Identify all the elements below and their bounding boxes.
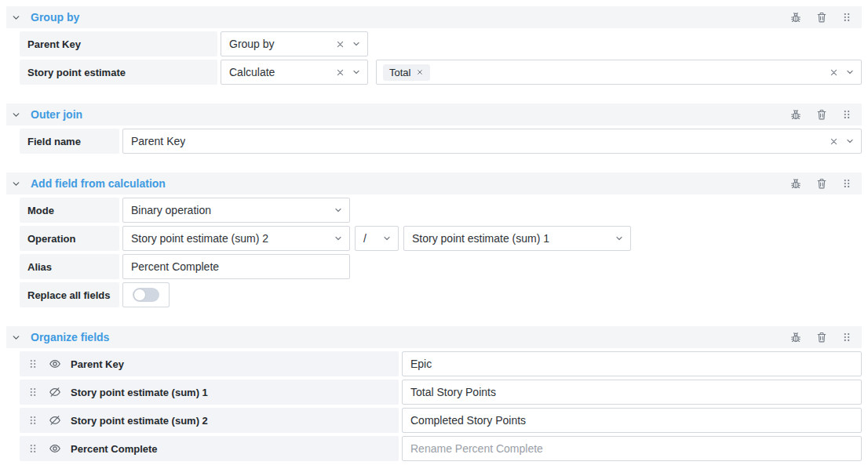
transform-section-add-field: Add field from calculation Mode Binary o… xyxy=(6,173,862,307)
chevron-down-icon[interactable] xyxy=(352,67,361,77)
calculate-action-select[interactable]: Calculate xyxy=(221,60,368,85)
tag-remove-icon[interactable] xyxy=(416,68,424,76)
trash-icon[interactable] xyxy=(815,177,828,190)
add-field-row-alias: Alias xyxy=(20,254,862,279)
debug-icon[interactable] xyxy=(790,11,802,24)
drag-handle-icon[interactable] xyxy=(27,443,38,454)
rename-field-input[interactable] xyxy=(402,408,862,433)
operand-right-select[interactable]: Story point estimate (sum) 1 xyxy=(403,226,631,251)
group-by-row-story-points: Story point estimate Calculate Total xyxy=(20,60,862,85)
chevron-down-icon[interactable] xyxy=(845,136,855,146)
transform-header-outer-join[interactable]: Outer join xyxy=(6,104,862,125)
drag-handle-icon[interactable] xyxy=(841,109,852,120)
transform-section-group-by: Group by Parent Key Group by Story p xyxy=(6,6,862,85)
eye-icon[interactable] xyxy=(49,358,61,370)
organize-field-row: Story point estimate (sum) 2 xyxy=(20,408,862,433)
field-label: Alias xyxy=(20,254,119,279)
clear-icon[interactable] xyxy=(335,39,345,49)
field-name-label: Story point estimate (sum) 2 xyxy=(71,415,208,427)
transform-section-organize-fields: Organize fields Parent Key Story point e… xyxy=(6,326,862,461)
transform-title[interactable]: Outer join xyxy=(31,108,82,121)
field-label: Field name xyxy=(20,129,119,154)
select-value: / xyxy=(363,232,367,245)
transform-section-outer-join: Outer join Field name Parent Key xyxy=(6,104,862,154)
toggle-knob[interactable] xyxy=(133,289,146,301)
transform-title[interactable]: Group by xyxy=(31,11,79,24)
field-name-label: Parent Key xyxy=(71,358,124,370)
select-value: Story point estimate (sum) 1 xyxy=(412,232,549,245)
group-by-row-parent-key: Parent Key Group by xyxy=(20,31,862,56)
group-by-action-select[interactable]: Group by xyxy=(221,31,368,56)
transform-actions xyxy=(790,331,852,343)
operand-left-select[interactable]: Story point estimate (sum) 2 xyxy=(122,226,350,251)
transform-header-organize-fields[interactable]: Organize fields xyxy=(6,326,862,348)
select-value: Binary operation xyxy=(131,204,211,216)
eye-slash-icon[interactable] xyxy=(49,414,61,427)
eye-icon[interactable] xyxy=(49,442,61,455)
transform-title[interactable]: Organize fields xyxy=(31,331,109,343)
operator-select[interactable]: / xyxy=(355,226,399,251)
select-value: Story point estimate (sum) 2 xyxy=(131,232,268,245)
calculations-multiselect[interactable]: Total xyxy=(376,60,862,85)
field-name-box: Story point estimate (sum) 2 xyxy=(20,408,399,433)
debug-icon[interactable] xyxy=(790,331,802,343)
mode-select[interactable]: Binary operation xyxy=(122,198,350,223)
add-field-row-replace: Replace all fields xyxy=(20,282,862,307)
tag-label: Total xyxy=(389,67,410,78)
field-name-label: Percent Complete xyxy=(71,443,158,455)
chevron-down-icon[interactable] xyxy=(334,234,343,243)
clear-icon[interactable] xyxy=(829,136,839,147)
chevron-down-icon[interactable] xyxy=(845,67,855,77)
debug-icon[interactable] xyxy=(790,177,802,190)
field-name-box: Percent Complete xyxy=(20,436,399,461)
chevron-down-icon[interactable] xyxy=(352,39,361,49)
field-name-box: Parent Key xyxy=(20,351,399,376)
collapse-chevron-icon[interactable] xyxy=(11,13,21,23)
rename-field-input[interactable] xyxy=(402,380,862,405)
chevron-down-icon[interactable] xyxy=(334,205,343,215)
transform-actions xyxy=(790,177,852,190)
chevron-down-icon[interactable] xyxy=(615,234,624,243)
drag-handle-icon[interactable] xyxy=(27,387,38,398)
trash-icon[interactable] xyxy=(815,11,828,24)
replace-all-fields-toggle[interactable] xyxy=(122,282,170,307)
field-label: Replace all fields xyxy=(20,282,119,307)
toggle-track[interactable] xyxy=(133,288,159,302)
drag-handle-icon[interactable] xyxy=(27,415,38,426)
transform-header-add-field[interactable]: Add field from calculation xyxy=(6,173,862,194)
eye-slash-icon[interactable] xyxy=(49,386,61,398)
add-field-row-mode: Mode Binary operation xyxy=(20,198,862,223)
transform-actions xyxy=(790,108,852,121)
trash-icon[interactable] xyxy=(815,331,828,343)
select-value: Parent Key xyxy=(131,135,185,147)
clear-icon[interactable] xyxy=(829,67,839,78)
add-field-row-operation: Operation Story point estimate (sum) 2 /… xyxy=(20,226,862,251)
field-name-box: Story point estimate (sum) 1 xyxy=(20,380,399,405)
rename-field-input[interactable] xyxy=(402,351,862,376)
drag-handle-icon[interactable] xyxy=(27,358,38,369)
debug-icon[interactable] xyxy=(790,108,802,121)
field-label: Mode xyxy=(20,198,119,223)
drag-handle-icon[interactable] xyxy=(841,332,852,343)
transform-header-group-by[interactable]: Group by xyxy=(6,6,862,28)
calculation-tag: Total xyxy=(383,64,430,81)
alias-input[interactable] xyxy=(122,254,350,279)
select-value: Group by xyxy=(229,38,275,50)
chevron-down-icon[interactable] xyxy=(382,234,392,243)
collapse-chevron-icon[interactable] xyxy=(11,179,21,189)
transform-title[interactable]: Add field from calculation xyxy=(31,177,166,190)
trash-icon[interactable] xyxy=(815,108,828,121)
rename-field-input[interactable] xyxy=(402,436,862,461)
select-value: Calculate xyxy=(229,66,275,78)
field-label: Operation xyxy=(20,226,119,251)
transform-actions xyxy=(790,11,852,24)
outer-join-row-field-name: Field name Parent Key xyxy=(20,129,862,154)
drag-handle-icon[interactable] xyxy=(841,178,852,189)
join-field-select[interactable]: Parent Key xyxy=(122,129,862,154)
collapse-chevron-icon[interactable] xyxy=(11,110,21,120)
field-label: Story point estimate xyxy=(20,60,217,85)
drag-handle-icon[interactable] xyxy=(841,12,852,23)
field-label: Parent Key xyxy=(20,31,217,56)
clear-icon[interactable] xyxy=(335,67,345,78)
collapse-chevron-icon[interactable] xyxy=(11,332,21,343)
